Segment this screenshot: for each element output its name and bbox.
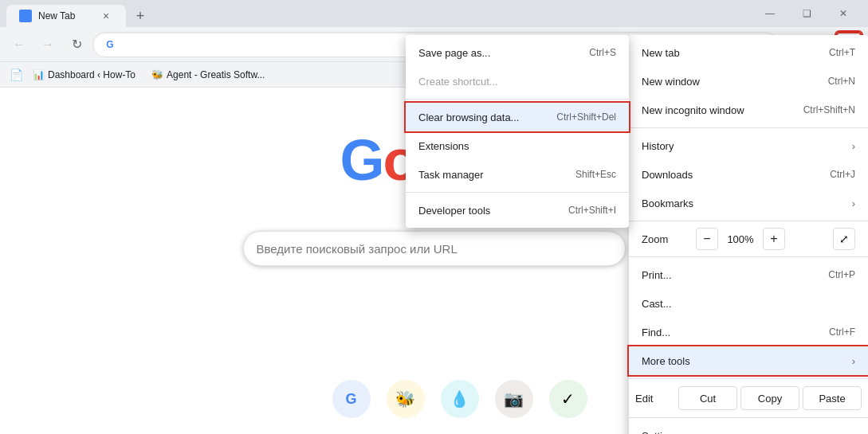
search-input-bar [243,231,626,266]
shortcut-icon-2: 🐝 [387,380,425,418]
tab-label: New Tab [38,10,75,22]
shortcut-2[interactable]: 🐝 [387,380,425,418]
menu-cast[interactable]: Cast... [629,289,868,318]
shortcut-3[interactable]: 💧 [441,380,479,418]
zoom-fullscreen-btn[interactable]: ⤢ [833,228,855,250]
shortcut-icon-5: ✓ [549,380,587,418]
menu-divider-5 [629,417,868,418]
menu-bookmarks-label: Bookmarks [642,197,693,209]
shortcut-google[interactable]: G [332,380,371,418]
submenu-developer-tools[interactable]: Developer tools Ctrl+Shift+I [406,196,629,225]
menu-new-tab[interactable]: New tab Ctrl+T [629,38,868,67]
shortcut-4[interactable]: 📷 [495,380,533,418]
menu-print-label: Print... [642,269,672,281]
submenu-extensions[interactable]: Extensions [406,131,629,160]
menu-downloads[interactable]: Downloads Ctrl+J [629,160,868,189]
active-tab[interactable]: New Tab × [6,5,126,27]
submenu-clear-browsing-shortcut: Ctrl+Shift+Del [556,111,616,123]
cut-btn[interactable]: Cut [678,386,737,410]
menu-new-incognito[interactable]: New incognito window Ctrl+Shift+N [629,96,868,124]
menu-new-window[interactable]: New window Ctrl+N [629,67,868,96]
fullscreen-icon: ⤢ [839,233,849,245]
search-container [243,231,626,266]
menu-divider-1 [629,127,868,128]
google-icon: G [103,37,117,52]
menu-history-label: History [642,140,674,152]
edit-label: Edit [635,393,675,405]
zoom-value: 100% [725,233,756,245]
bookmark-item-1[interactable]: 🐝 Agent - Greatis Softw... [145,66,271,84]
edit-row: Edit Cut Copy Paste [629,382,868,414]
submenu-save-page-label: Save page as... [418,47,490,59]
shortcut-5[interactable]: ✓ [549,380,587,418]
back-btn[interactable]: ← [6,32,32,57]
tab-favicon [19,10,32,22]
reload-btn[interactable]: ↻ [64,32,89,57]
tab-area: New Tab × + [6,0,151,27]
menu-more-tools-arrow: › [852,355,855,367]
bookmarks-icon: 📄 [10,68,23,81]
maximize-btn[interactable]: ❑ [788,1,825,26]
submenu-developer-tools-label: Developer tools [418,205,490,217]
logo-G: G [340,127,383,193]
submenu-create-shortcut[interactable]: Create shortcut... [406,67,629,96]
menu-more-tools-label: More tools [642,355,690,367]
zoom-plus-btn[interactable]: + [763,228,785,250]
zoom-minus-btn[interactable]: − [696,228,718,250]
shortcut-icon-4: 📷 [495,380,533,418]
search-input[interactable] [257,242,612,256]
submenu-task-manager-label: Task manager [418,169,484,181]
menu-find[interactable]: Find... Ctrl+F [629,318,868,346]
paste-btn[interactable]: Paste [803,386,862,410]
chrome-menu: New tab Ctrl+T New window Ctrl+N New inc… [629,35,868,434]
bookmark-favicon-1: 🐝 [151,69,163,80]
menu-new-tab-shortcut: Ctrl+T [829,47,855,58]
menu-divider-3 [629,256,868,257]
copy-btn[interactable]: Copy [740,386,799,410]
menu-find-shortcut: Ctrl+F [829,326,855,338]
menu-new-window-label: New window [642,76,700,88]
menu-history[interactable]: History › [629,131,868,160]
submenu-divider-2 [406,192,629,193]
submenu-task-manager[interactable]: Task manager Shift+Esc [406,160,629,189]
menu-new-incognito-label: New incognito window [642,104,744,116]
menu-bookmarks[interactable]: Bookmarks › [629,189,868,217]
menu-downloads-shortcut: Ctrl+J [830,169,855,180]
bookmark-item-0[interactable]: 📊 Dashboard ‹ How-To [26,66,142,84]
menu-bookmarks-arrow: › [852,197,855,209]
menu-new-incognito-shortcut: Ctrl+Shift+N [803,104,855,115]
menu-downloads-label: Downloads [642,169,693,181]
menu-find-label: Find... [642,326,670,338]
reload-icon: ↻ [72,37,82,52]
submenu-clear-browsing-label: Clear browsing data... [418,111,519,123]
menu-print[interactable]: Print... Ctrl+P [629,260,868,289]
menu-history-arrow: › [852,140,855,152]
submenu-clear-browsing[interactable]: Clear browsing data... Ctrl+Shift+Del [406,103,629,131]
title-bar: New Tab × + — ❑ ✕ [0,0,868,27]
tab-close-btn[interactable]: × [99,9,113,23]
bookmark-favicon-0: 📊 [33,69,45,80]
menu-new-tab-label: New tab [642,47,680,59]
bookmark-label-1: Agent - Greatis Softw... [167,69,265,80]
more-tools-menu: Save page as... Ctrl+S Create shortcut..… [406,35,629,228]
menu-divider-4 [629,378,868,379]
submenu-extensions-label: Extensions [418,140,469,152]
submenu-divider-1 [406,99,629,100]
forward-icon: → [41,37,54,52]
close-btn[interactable]: ✕ [825,1,862,26]
new-tab-btn[interactable]: + [129,5,151,27]
zoom-control: Zoom − 100% + ⤢ [629,225,868,253]
bookmark-label-0: Dashboard ‹ How-To [48,69,136,80]
submenu-developer-tools-shortcut: Ctrl+Shift+I [568,205,616,216]
submenu-save-page[interactable]: Save page as... Ctrl+S [406,38,629,67]
menu-more-tools[interactable]: More tools › [629,346,868,375]
window-controls: — ❑ ✕ [752,1,862,26]
shortcut-icon-google: G [332,380,371,418]
minimize-btn[interactable]: — [752,1,788,26]
menu-settings-label: Settings [642,430,679,435]
submenu-create-shortcut-label: Create shortcut... [418,76,498,88]
forward-btn[interactable]: → [35,32,61,57]
menu-settings[interactable]: Settings [629,421,868,434]
menu-divider-2 [629,221,868,221]
menu-new-window-shortcut: Ctrl+N [828,76,855,87]
